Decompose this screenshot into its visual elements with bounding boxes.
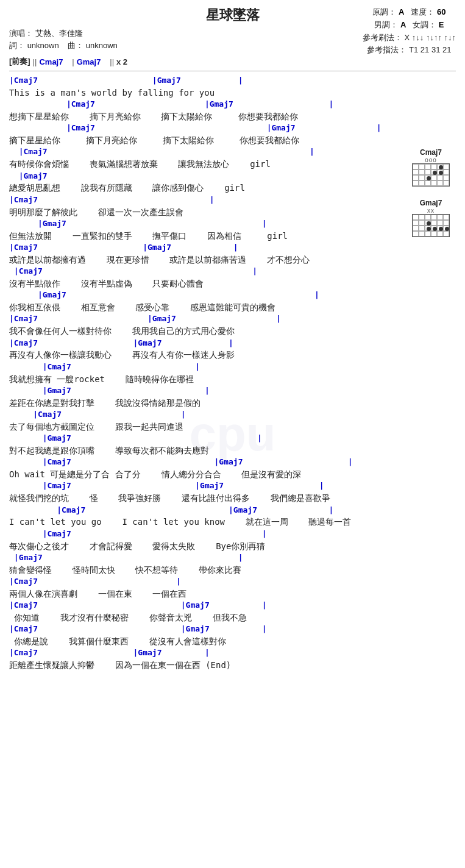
chord-line: |Cmaj7 | — [9, 361, 407, 373]
lyric-line: 再沒有人像你一樣讓我動心 再沒有人有你一樣迷人身影 — [9, 349, 407, 361]
music-author: unknown — [86, 41, 118, 50]
chord-line: |Cmaj7 |Gmaj7 | — [9, 313, 407, 325]
pick-ref-value[interactable]: T1 21 31 21 — [409, 45, 451, 54]
chord-line: |Cmaj7 |Gmaj7 | — [9, 480, 407, 492]
music-label: 曲： — [68, 41, 83, 50]
strum-label: 參考刷法： — [363, 33, 402, 42]
lyric-line: 總愛胡思亂想 說我有所隱藏 讓你感到傷心 girl — [9, 182, 407, 194]
chord-line: |Gmaj7 | — [9, 385, 407, 397]
chord-line: |Gmaj7 — [9, 171, 407, 182]
main-content: Cmaj7 ooo — [9, 75, 456, 672]
lyric-line: 我不會像任何人一樣對待你 我用我自己的方式用心愛你 — [9, 325, 407, 337]
original-key-label: 原調： — [372, 7, 396, 16]
singer-label: 演唱： — [9, 29, 33, 38]
chord-line: |Cmaj7 | — [9, 409, 407, 421]
lyric-line: 有時候你會煩惱 喪氣滿腦想著放棄 讓我無法放心 girl — [9, 158, 407, 170]
lyric-line: 你總是說 我算個什麼東西 從沒有人會這樣對你 — [9, 635, 407, 647]
lyric-line: 但無法放開 一直緊扣的雙手 撫平傷口 因為相信 girl — [9, 230, 407, 242]
chord-line: |Cmaj7 |Gmaj7 | — [9, 75, 407, 87]
cmaj7-marks: ooo — [412, 157, 450, 163]
chord-line: |Gmaj7 | — [9, 552, 407, 564]
chord-line: |Gmaj7 | — [9, 433, 407, 444]
lyric-line: 摘下星星給你 摘下月亮給你 摘下太陽給你 你想要我都給你 — [9, 134, 407, 146]
lyric-line: 沒有半點做作 沒有半點虛偽 只要耐心體會 — [9, 277, 407, 290]
chord-line: |Gmaj7 | — [9, 218, 407, 230]
cmaj7-name: Cmaj7 — [412, 148, 450, 157]
gmaj7-name: Gmaj7 — [412, 199, 450, 207]
lyrics-content: |Cmaj7 |Gmaj7 |This is a man's world by … — [9, 75, 456, 672]
tempo-label: 速度： — [411, 7, 435, 16]
chord-line: |Cmaj7 | — [9, 266, 407, 277]
cmaj7-diagram: Cmaj7 ooo — [412, 148, 450, 187]
chord-line: |Cmaj7 | — [9, 528, 407, 540]
chord-line: |Cmaj7 | — [9, 194, 407, 206]
lyric-line: 或許是以前都擁有過 現在更珍惜 或許是以前都痛苦過 才不想分心 — [9, 254, 407, 266]
lyric-line: 你我相互依偎 相互意會 感受心靠 感恩這難能可貴的機會 — [9, 301, 407, 313]
chord-line: |Cmaj7 |Gmaj7 | — [9, 99, 407, 110]
lyric-line: 每次傷心之後才 才會記得愛 愛得太失敗 Bye你別再猜 — [9, 540, 407, 552]
gmaj7-diagram: Gmaj7 xx — [412, 199, 450, 237]
male-key-value: A — [400, 20, 406, 29]
chord-line: |Cmaj7 | — [9, 146, 407, 158]
chord-line: |Cmaj7 |Gmaj7 | — [9, 242, 407, 254]
chord-line: |Cmaj7 |Gmaj7 | — [9, 600, 407, 611]
male-key-label: 男調： — [374, 20, 398, 29]
chord-line: |Cmaj7 | — [9, 576, 407, 588]
lyric-line: 明明那麼了解彼此 卻還一次一次產生誤會 — [9, 206, 407, 218]
lyric-line: Oh wait 可是總是分了合 合了分 情人總分分合合 但是沒有愛的深 — [9, 468, 407, 480]
female-key-value: E — [439, 20, 444, 29]
female-key-label: 女調： — [413, 20, 436, 29]
intro-bar: [前奏] || Cmaj7 | Gmaj7 || x 2 — [9, 56, 456, 67]
chord-line: |Cmaj7 |Gmaj7 | — [9, 505, 407, 516]
gmaj7-marks: xx — [412, 207, 450, 214]
chord-line: |Cmaj7 |Gmaj7 | — [9, 123, 407, 134]
original-key-value: A — [399, 7, 404, 16]
lyric-line: 對不起我總是跟你頂嘴 導致每次都不能夠去應對 — [9, 444, 407, 457]
title-area: 星球墜落 原調： A 速度： 60 男調： A 女調： E 參考刷法： X ↑↓… — [9, 6, 456, 24]
singer-value: 艾熱、李佳隆 — [35, 29, 83, 38]
tempo-value: 60 — [437, 7, 445, 16]
lyric-line: 我就想擁有 一艘rocket 隨時曉得你在哪裡 — [9, 373, 407, 385]
lyric-line: 差距在你總是對我打擊 我說沒得情緒那是假的 — [9, 397, 407, 409]
lyric-line: 你知道 我才沒有什麼秘密 你聲音太兇 但我不急 — [9, 611, 407, 624]
chord-line: |Cmaj7 |Gmaj7 | — [9, 338, 407, 349]
chord-diagram-area: Cmaj7 ooo — [412, 148, 450, 237]
intro-repeat: x 2 — [116, 57, 127, 66]
chord-line: |Cmaj7 |Gmaj7 | — [9, 624, 407, 635]
lyric-line: 就怪我們挖的坑 怪 我爭強好勝 還有比誰付出得多 我們總是喜歡爭 — [9, 492, 407, 504]
meta-top-right: 原調： A 速度： 60 男調： A 女調： E 參考刷法： X ↑↓↓ ↑↓↑… — [363, 6, 456, 57]
strum-ref-value[interactable]: X ↑↓↓ ↑↓↑↑ ↑↓↑ — [404, 33, 456, 42]
lyric-line: This is a man's world by falling for you — [9, 87, 407, 99]
lyric-line: 距離產生懷疑讓人抑鬱 因為一個在東一個在西 (End) — [9, 659, 407, 671]
lyric-line: 兩個人像在演喜劇 一個在東 一個在西 — [9, 588, 407, 600]
chord-line: |Gmaj7 | — [9, 290, 407, 301]
intro-label: [前奏] — [9, 56, 30, 67]
lyric-line: 猜會變得怪 怪時間太快 快不想等待 帶你來比賽 — [9, 564, 407, 576]
intro-chord2: Gmaj7 — [77, 57, 101, 66]
lyric-line: 去了每個地方截圖定位 跟我一起共同進退 — [9, 421, 407, 433]
intro-chord1: Cmaj7 — [39, 57, 63, 66]
chord-line: |Cmaj7 |Gmaj7 | — [9, 457, 407, 468]
lyric-label: 詞： — [9, 41, 25, 50]
divider — [9, 71, 456, 71]
lyric-line: 想摘下星星給你 摘下月亮給你 摘下太陽給你 你想要我都給你 — [9, 110, 407, 123]
lyric-line: I can't let you go I can't let you know … — [9, 516, 407, 528]
pick-label: 參考指法： — [367, 45, 406, 54]
lyric-author: unknown — [27, 41, 59, 50]
chord-line: |Cmaj7 |Gmaj7 | — [9, 647, 407, 659]
